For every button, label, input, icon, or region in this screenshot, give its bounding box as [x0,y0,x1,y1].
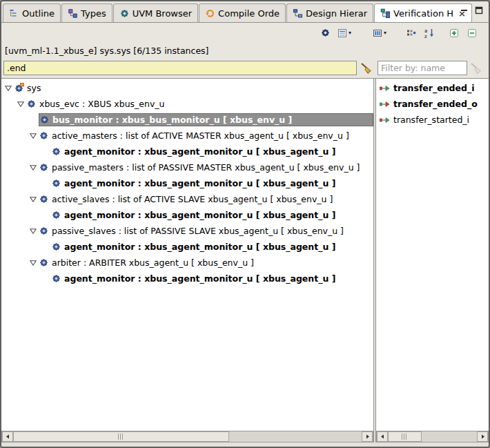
settings-gear-button[interactable] [319,26,333,40]
columns-icon [372,28,383,39]
tree-node[interactable]: active_slaves : list of ACTIVE SLAVE xbu… [39,193,373,206]
sort-az-icon: az [424,28,435,39]
expand-all-icon [449,28,460,39]
toolbar: ▾▾az [1,23,489,43]
name-filter-input[interactable] [378,61,467,75]
tab-label: Verification H [393,8,453,19]
tree-node-label: bus_monitor : xbus_bus_monitor_u [ xbus_… [52,115,292,125]
ports-hscrollbar[interactable] [376,431,489,442]
tab-bar: OutlineTypesUVM BrowserCompile OrdeDesig… [1,1,489,23]
tab-compile-orde[interactable]: Compile Orde [199,3,286,22]
expander-open-icon[interactable] [28,133,39,139]
tree-node[interactable]: arbiter : ARBITER xbus_agent_u [ xbus_en… [39,256,373,269]
tree-node[interactable]: xbus_evc : XBUS xbus_env_u [26,97,373,110]
tree-node[interactable]: sys [14,81,373,95]
tree-node-label: xbus_evc : XBUS xbus_env_u [39,99,165,109]
tab-outline[interactable]: Outline [3,3,61,22]
types-tab-icon [68,8,78,19]
thumb-grip [402,434,408,440]
tree-row-passive_slaves: passive_slaves : list of PASSIVE SLAVE x… [1,223,373,239]
expander-open-icon[interactable] [28,260,39,266]
tree-node[interactable]: agent_monitor : xbus_agent_monitor_u [ x… [51,208,373,222]
tab-label: Outline [22,8,55,19]
svg-text:z: z [424,33,427,39]
ports-hscrollbar-track[interactable] [388,431,477,442]
expander-open-icon[interactable] [28,228,39,234]
expander-open-icon[interactable] [15,101,26,107]
tree-node[interactable]: bus_monitor : xbus_bus_monitor_u [ xbus_… [39,113,373,126]
tree-node[interactable]: agent_monitor : xbus_agent_monitor_u [ x… [51,177,373,190]
port-label: transfer_ended_i [393,83,475,93]
tree-node[interactable]: agent_monitor : xbus_agent_monitor_u [ x… [51,272,373,285]
search-input[interactable] [3,61,357,75]
minimize-icon[interactable] [460,6,469,14]
event-in-icon [380,84,390,92]
thumb-grip [118,434,124,440]
maximize-icon[interactable] [475,6,483,14]
tree-row-agent_monitor: agent_monitor : xbus_agent_monitor_u [ x… [1,271,373,286]
unit-icon [39,130,49,141]
name-filter-area [376,61,489,75]
tab-uvm-browser[interactable]: UVM Browser [113,3,198,22]
clear-search-broom-icon[interactable] [360,62,373,75]
bottom-strip [1,442,489,447]
tree-hscrollbar-track[interactable] [13,431,362,442]
verification-hierarchy-window: OutlineTypesUVM BrowserCompile OrdeDesig… [0,0,490,448]
port-item-transfer_ended_o[interactable]: transfer_ended_o [376,96,489,112]
ports-hscrollbar-thumb[interactable] [388,431,422,442]
tab-verification-h[interactable]: Verification H× [374,3,472,22]
view-menu-button[interactable]: ▾ [337,26,351,40]
event-out-icon [380,100,390,108]
tab-design-hierar[interactable]: Design Hierar [286,3,373,22]
port-item-transfer_started_i[interactable]: transfer_started_i [376,112,489,128]
window-controls [460,6,483,14]
compile-order-tab-icon [205,8,215,19]
search-area [1,61,376,75]
port-item-transfer_ended_i[interactable]: transfer_ended_i [376,80,489,96]
tree-scroll-right-button[interactable] [362,431,373,442]
unit-icon [51,178,61,188]
tab-label: Design Hierar [306,8,367,19]
columns-button[interactable]: ▾ [372,26,386,40]
clear-filter-broom-icon[interactable] [469,62,483,75]
tree-hscrollbar-thumb[interactable] [13,431,229,442]
tree-hscrollbar[interactable] [1,431,373,442]
tree-scroll-left-button[interactable] [2,431,13,442]
tree-node-label: agent_monitor : xbus_agent_monitor_u [ x… [64,210,335,220]
tree-row-agent_monitor: agent_monitor : xbus_agent_monitor_u [ x… [1,144,373,159]
tree-node-label: passive_masters : list of PASSIVE MASTER… [52,162,360,173]
expand-all-button[interactable] [447,26,461,40]
dots-grid-icon [406,28,417,39]
expander-open-icon[interactable] [28,165,39,171]
collapse-all-button[interactable] [465,26,479,40]
tree-node[interactable]: agent_monitor : xbus_agent_monitor_u [ x… [51,145,373,158]
verification-hierarchy-tab-icon [380,8,391,19]
tree-node[interactable]: active_masters : list of ACTIVE MASTER x… [39,129,373,142]
tree-node[interactable]: passive_slaves : list of PASSIVE SLAVE x… [39,224,373,237]
expander-open-icon[interactable] [3,86,14,91]
unit-icon [51,242,61,252]
tree-row-active_slaves: active_slaves : list of ACTIVE SLAVE xbu… [1,191,373,207]
ports-scroll-left-button[interactable] [377,431,388,442]
unit-icon [39,226,49,236]
expander-open-icon[interactable] [28,197,39,202]
tab-label: UVM Browser [133,8,192,19]
sort-az-button[interactable]: az [422,26,436,40]
unit-icon [51,146,61,157]
tab-label: Compile Orde [218,8,280,19]
tab-types[interactable]: Types [61,3,112,22]
tree-node-label: agent_monitor : xbus_agent_monitor_u [ x… [64,273,335,284]
filter-row [1,58,489,78]
ports-scroll-right-button[interactable] [477,431,488,442]
instance-label: [uvm_ml-1.1_xbus_e] sys.sys [6/135 insta… [1,43,489,58]
settings-gear-icon [320,28,331,38]
view-menu-icon [337,28,348,39]
tree-row-agent_monitor: agent_monitor : xbus_agent_monitor_u [ x… [1,175,373,191]
dots-grid-button[interactable] [404,26,418,40]
uvm-browser-tab-icon [119,8,130,19]
tree-node[interactable]: passive_masters : list of PASSIVE MASTER… [39,161,373,174]
scrollbar-row [1,431,489,442]
unit-icon [39,194,49,204]
tree-node-label: sys [27,83,41,93]
tree-node[interactable]: agent_monitor : xbus_agent_monitor_u [ x… [51,240,373,253]
